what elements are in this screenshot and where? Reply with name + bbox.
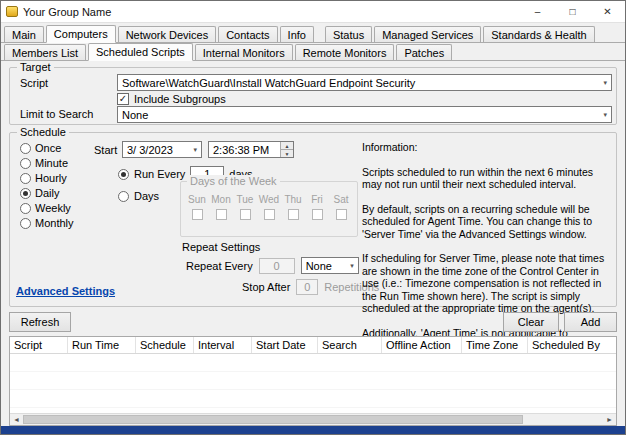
start-date-picker[interactable]: 3/ 3/2023 ▾ bbox=[122, 141, 202, 158]
spinner-down-icon[interactable]: ▼ bbox=[281, 149, 293, 157]
horizontal-scrollbar[interactable]: ◄ ► bbox=[10, 413, 616, 425]
table-row bbox=[10, 390, 616, 408]
chevron-down-icon: ▾ bbox=[599, 111, 607, 119]
dow-fri: Fri bbox=[305, 194, 329, 220]
frequency-option-daily[interactable]: Daily bbox=[20, 187, 74, 199]
clear-button[interactable]: Clear bbox=[503, 312, 559, 332]
repeat-every-input[interactable] bbox=[259, 258, 295, 274]
column-header-time-zone[interactable]: Time Zone bbox=[462, 337, 528, 353]
start-label: Start bbox=[94, 144, 117, 156]
column-header-interval[interactable]: Interval bbox=[194, 337, 252, 353]
tab-standards-health[interactable]: Standards & Health bbox=[483, 26, 594, 42]
frequency-option-label: Minute bbox=[35, 157, 68, 169]
bottom-strip bbox=[1, 426, 625, 434]
stop-after-label: Stop After bbox=[242, 281, 290, 293]
advanced-settings-link[interactable]: Advanced Settings bbox=[16, 285, 115, 297]
dow-thu-checkbox[interactable] bbox=[288, 209, 299, 220]
script-label: Script bbox=[20, 77, 48, 89]
scheduled-scripts-table: Script Run Time Schedule Interval Start … bbox=[9, 336, 617, 426]
radio-icon bbox=[20, 203, 31, 214]
tab-computers[interactable]: Computers bbox=[46, 25, 116, 43]
frequency-option-label: Monthly bbox=[35, 217, 74, 229]
tab-remote-monitors[interactable]: Remote Monitors bbox=[295, 44, 395, 60]
dow-label: Sun bbox=[188, 194, 206, 205]
dow-fri-checkbox[interactable] bbox=[312, 209, 323, 220]
column-header-offline-action[interactable]: Offline Action bbox=[382, 337, 462, 353]
radio-icon bbox=[20, 173, 31, 184]
tab-scheduled-scripts[interactable]: Scheduled Scripts bbox=[88, 43, 193, 61]
repeat-every-row: Repeat Every None ▾ bbox=[186, 257, 359, 274]
tab-contacts[interactable]: Contacts bbox=[218, 26, 277, 42]
run-every-label: Run Every bbox=[134, 168, 185, 180]
titlebar[interactable]: Your Group Name – □ ✕ bbox=[1, 1, 625, 23]
days-row: Days bbox=[118, 190, 159, 202]
column-header-start-date[interactable]: Start Date bbox=[252, 337, 318, 353]
start-time-value: 2:36:38 PM bbox=[213, 144, 269, 156]
frequency-option-hourly[interactable]: Hourly bbox=[20, 172, 74, 184]
chevron-down-icon: ▾ bbox=[189, 146, 197, 154]
dow-mon-checkbox[interactable] bbox=[216, 209, 227, 220]
dow-sat-checkbox[interactable] bbox=[336, 209, 347, 220]
limit-to-search-label: Limit to Search bbox=[20, 108, 93, 120]
start-time-spinner[interactable]: 2:36:38 PM ▲ ▼ bbox=[208, 141, 294, 158]
stop-after-row: Stop After Repetitions bbox=[242, 279, 379, 295]
chevron-down-icon: ▾ bbox=[346, 262, 354, 270]
column-header-script[interactable]: Script bbox=[10, 337, 68, 353]
dow-sun-checkbox[interactable] bbox=[192, 209, 203, 220]
time-spinner-buttons: ▲ ▼ bbox=[280, 142, 293, 157]
tab-info[interactable]: Info bbox=[280, 26, 314, 42]
include-subgroups-row[interactable]: ✓ Include Subgroups bbox=[117, 93, 226, 105]
target-group-legend: Target bbox=[17, 61, 54, 74]
scroll-left-icon[interactable]: ◄ bbox=[10, 414, 23, 425]
secondary-tab-bar: Members List Scheduled Scripts Internal … bbox=[1, 43, 625, 61]
tab-managed-services[interactable]: Managed Services bbox=[374, 26, 481, 42]
frequency-option-label: Once bbox=[35, 142, 61, 154]
window-title: Your Group Name bbox=[23, 6, 111, 18]
repeat-settings-group: Repeat Settings Repeat Every None ▾ Stop… bbox=[180, 241, 358, 297]
add-button[interactable]: Add bbox=[564, 312, 617, 332]
dow-label: Tue bbox=[237, 194, 254, 205]
stop-after-input[interactable] bbox=[296, 279, 318, 295]
refresh-button[interactable]: Refresh bbox=[9, 312, 71, 332]
column-header-search[interactable]: Search bbox=[318, 337, 382, 353]
tab-members-list[interactable]: Members List bbox=[4, 44, 86, 60]
dow-label: Mon bbox=[211, 194, 230, 205]
frequency-option-monthly[interactable]: Monthly bbox=[20, 217, 74, 229]
dow-wed-checkbox[interactable] bbox=[264, 209, 275, 220]
script-dropdown[interactable]: Software\WatchGuard\Install WatchGuard E… bbox=[117, 74, 612, 91]
minimize-button[interactable]: – bbox=[520, 1, 555, 22]
tab-main[interactable]: Main bbox=[4, 26, 44, 42]
frequency-option-once[interactable]: Once bbox=[20, 142, 74, 154]
frequency-option-minute[interactable]: Minute bbox=[20, 157, 74, 169]
spinner-up-icon[interactable]: ▲ bbox=[281, 142, 293, 149]
scroll-right-icon[interactable]: ► bbox=[603, 414, 616, 425]
close-button[interactable]: ✕ bbox=[590, 1, 625, 22]
dow-label: Thu bbox=[284, 194, 301, 205]
repeat-every-label: Repeat Every bbox=[186, 260, 253, 272]
tab-internal-monitors[interactable]: Internal Monitors bbox=[195, 44, 293, 60]
info-paragraph: By default, scripts on a recurring sched… bbox=[362, 203, 614, 241]
chevron-down-icon: ▾ bbox=[599, 79, 607, 87]
schedule-group-legend: Schedule bbox=[17, 126, 69, 139]
days-radio[interactable] bbox=[118, 191, 129, 202]
frequency-option-weekly[interactable]: Weekly bbox=[20, 202, 74, 214]
tab-status[interactable]: Status bbox=[325, 26, 372, 42]
dow-label: Sat bbox=[333, 194, 348, 205]
maximize-button[interactable]: □ bbox=[555, 1, 590, 22]
dow-tue-checkbox[interactable] bbox=[240, 209, 251, 220]
run-every-radio[interactable] bbox=[118, 169, 129, 180]
radio-icon bbox=[20, 218, 31, 229]
info-paragraph: Scripts scheduled to run within the next… bbox=[362, 166, 614, 191]
include-subgroups-checkbox[interactable]: ✓ bbox=[117, 93, 129, 105]
dow-label: Wed bbox=[259, 194, 279, 205]
window-controls: – □ ✕ bbox=[520, 1, 625, 22]
column-header-run-time[interactable]: Run Time bbox=[68, 337, 136, 353]
scrollbar-thumb[interactable] bbox=[23, 415, 523, 424]
limit-to-search-dropdown[interactable]: None ▾ bbox=[117, 106, 612, 123]
start-date-value: 3/ 3/2023 bbox=[127, 144, 173, 156]
column-header-schedule[interactable]: Schedule bbox=[136, 337, 194, 353]
column-header-scheduled-by[interactable]: Scheduled By bbox=[528, 337, 616, 353]
tab-network-devices[interactable]: Network Devices bbox=[118, 26, 217, 42]
tab-patches[interactable]: Patches bbox=[396, 44, 452, 60]
repeat-unit-dropdown[interactable]: None ▾ bbox=[301, 257, 359, 274]
